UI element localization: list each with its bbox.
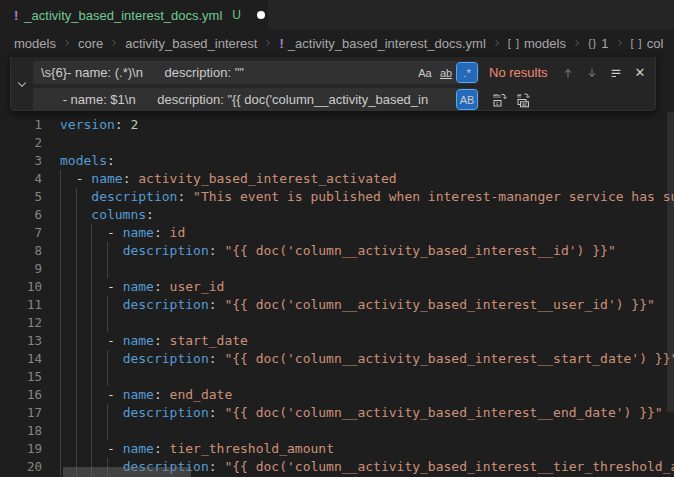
code-text: - name: user_id [60,278,224,296]
code-line: 11 description: "{{ doc('column__activit… [0,296,674,314]
line-number[interactable]: 14 [0,350,42,368]
indent-guide [91,368,92,386]
match-case-toggle[interactable]: Aa [415,63,435,82]
whole-word-toggle[interactable]: ab [436,63,456,82]
tab-filename: _activity_based_interest_docs.yml [24,8,222,23]
code-line: 18 [0,422,674,440]
line-number[interactable]: 10 [0,278,42,296]
replace-icon: ﬀb c [492,92,508,108]
indent-guide [91,260,92,278]
svg-text:ac: ac [522,101,528,107]
code-line: 4 - name: activity_based_interest_activa… [0,170,674,188]
regex-toggle[interactable]: .* [457,63,477,82]
chevron-right-icon [572,38,582,48]
code-line: 10 - name: user_id [0,278,674,296]
breadcrumb-item[interactable]: {}1 [588,36,609,51]
chevron-right-icon [492,38,502,48]
indent-guide [107,422,108,440]
chevron-right-icon [263,38,273,48]
find-results-count: No results [489,65,555,80]
tab-active-file[interactable]: ! _activity_based_interest_docs.yml U [0,0,268,30]
line-number[interactable]: 15 [0,368,42,386]
line-number[interactable]: 7 [0,224,42,242]
line-number[interactable]: 20 [0,458,42,476]
indent-guide [76,314,77,332]
code-text: description: "{{ doc('column__activity_b… [60,350,674,368]
breadcrumb-item[interactable]: core [78,36,103,51]
line-number[interactable]: 8 [0,242,42,260]
indent-guide [91,314,92,332]
preserve-case-toggle[interactable]: AB [457,90,477,109]
indent-guide [107,260,108,278]
breadcrumb-label: activity_based_interest [125,36,257,51]
editor-code-area[interactable]: 1version: 223models:4 - name: activity_b… [0,116,674,477]
breadcrumb-label: _activity_based_interest_docs.yml [288,36,486,51]
breadcrumb-label: core [78,36,103,51]
indent-guide [60,368,61,386]
line-number[interactable]: 6 [0,206,42,224]
close-find-widget-button[interactable]: ✕ [629,62,651,84]
code-line: 16 - name: end_date [0,386,674,404]
line-number[interactable]: 9 [0,260,42,278]
breadcrumb-item[interactable]: [ ]models [508,36,566,51]
vertical-scrollbar[interactable] [667,112,674,412]
breadcrumb-item[interactable]: models [14,36,56,51]
symbol-array-icon: [ ] [508,37,520,49]
code-line: 1version: 2 [0,116,674,134]
line-number[interactable]: 1 [0,116,42,134]
breadcrumb-label: col [647,36,664,51]
find-in-selection-button[interactable] [605,62,627,84]
indent-guide [76,260,77,278]
line-number[interactable]: 12 [0,314,42,332]
indent-guide [60,422,61,440]
breadcrumb-item[interactable]: !_activity_based_interest_docs.yml [279,36,485,51]
code-text: description: "This event is published wh… [60,188,674,206]
horizontal-scrollbar[interactable] [63,467,191,477]
code-text: - name: id [60,224,185,242]
line-number[interactable]: 4 [0,170,42,188]
breadcrumb-item[interactable]: activity_based_interest [125,36,257,51]
breadcrumb-label: 1 [601,36,608,51]
line-number[interactable]: 5 [0,188,42,206]
previous-match-button[interactable] [557,62,579,84]
indent-guide [91,422,92,440]
code-text: - name: start_date [60,332,248,350]
chevron-right-icon [109,38,119,48]
replace-input[interactable] [33,88,456,111]
next-match-button[interactable] [581,62,603,84]
code-line: 8 description: "{{ doc('column__activity… [0,242,674,260]
line-number[interactable]: 11 [0,296,42,314]
line-number[interactable]: 17 [0,404,42,422]
line-number[interactable]: 3 [0,152,42,170]
symbol-object-icon: {} [588,37,597,49]
toggle-replace-button[interactable] [11,57,33,110]
replace-button[interactable]: ﬀb c [489,89,511,111]
chevron-right-icon [615,38,625,48]
line-number[interactable]: 18 [0,422,42,440]
indent-guide [107,368,108,386]
code-line: 3models: [0,152,674,170]
breadcrumb-item[interactable]: [ ]col [631,36,664,51]
indent-guide [60,260,61,278]
indent-guide [60,314,61,332]
line-number[interactable]: 2 [0,134,42,152]
code-line: 14 description: "{{ doc('column__activit… [0,350,674,368]
close-icon: ✕ [635,65,646,80]
arrow-up-icon [561,66,575,80]
line-number[interactable]: 19 [0,440,42,458]
replace-all-button[interactable]: ﬀ ac [513,89,535,111]
line-number[interactable]: 13 [0,332,42,350]
chevron-right-icon [62,38,72,48]
unsaved-changes-dot-icon[interactable] [257,11,265,19]
find-input[interactable] [33,61,414,84]
find-input-box: Aa ab .* [33,61,479,84]
breadcrumb-label: models [14,36,56,51]
code-text: description: "{{ doc('column__activity_b… [60,242,616,260]
code-line: 2 [0,134,674,152]
breadcrumb-label: models [524,36,566,51]
code-text: description: "{{ doc('column__activity_b… [60,404,663,422]
line-number[interactable]: 16 [0,386,42,404]
yaml-file-icon: ! [14,8,18,23]
code-line: 15 [0,368,674,386]
code-text: - name: activity_based_interest_activate… [60,170,397,188]
